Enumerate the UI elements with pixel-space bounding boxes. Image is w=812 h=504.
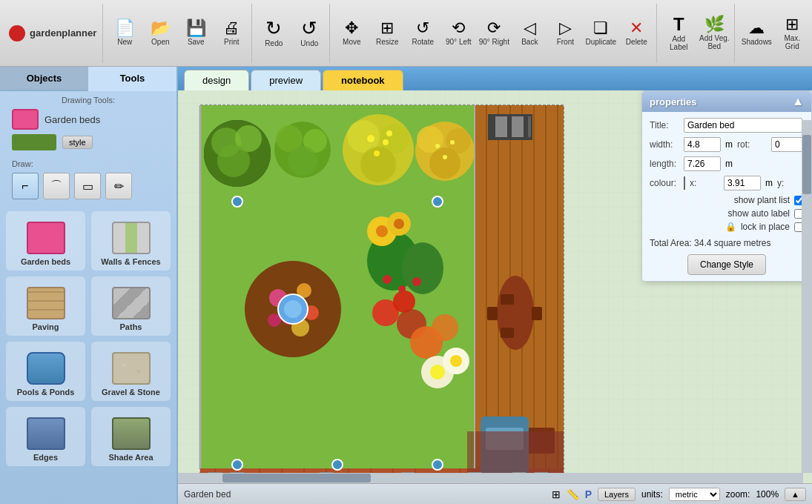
move-button[interactable]: ✥ Move	[334, 7, 369, 59]
front-button[interactable]: ▷ Front	[548, 7, 582, 59]
horizontal-scrollbar-thumb[interactable]	[222, 474, 371, 483]
canvas-area[interactable]: properties ▲ Title: width: m rot: 🔗 len	[178, 90, 812, 504]
width-input[interactable]	[684, 137, 721, 152]
new-button[interactable]: 📄 New	[108, 7, 142, 59]
sidebar-items-grid: Garden beds Walls & Fences Paving Paths …	[0, 205, 176, 472]
duplicate-button[interactable]: ❏ Duplicate	[584, 7, 618, 59]
svg-point-101	[450, 355, 462, 367]
back-button[interactable]: ◁ Back	[512, 7, 547, 59]
svg-point-87	[284, 300, 302, 318]
svg-point-62	[386, 130, 392, 136]
properties-collapse-button[interactable]: ▲	[792, 95, 804, 108]
marker-icon: P	[585, 488, 592, 500]
style-color-preview	[12, 134, 56, 150]
style-button[interactable]: style	[62, 136, 93, 149]
redo-button[interactable]: ↻ Redo	[257, 7, 291, 59]
svg-rect-110	[532, 307, 542, 320]
title-input[interactable]	[684, 118, 802, 133]
sidebar-item-gravel-stone[interactable]: Gravel & Stone	[91, 342, 171, 401]
back-icon: ◁	[524, 20, 536, 36]
sidebar-item-paving[interactable]: Paving	[6, 276, 85, 336]
units-select[interactable]: metric imperial	[669, 488, 720, 501]
pools-ponds-icon	[27, 352, 65, 385]
rotate-button[interactable]: ↺ Rotate	[406, 7, 440, 59]
properties-body: Title: width: m rot: 🔗 length: m	[642, 112, 811, 281]
rotate90l-button[interactable]: ⟲ 90° Left	[441, 7, 475, 59]
draw-tool-rect[interactable]: ▭	[74, 173, 101, 199]
add-veg-bed-icon: 🌿	[704, 16, 724, 33]
sidebar-item-walls-fences[interactable]: Walls & Fences	[91, 211, 171, 271]
svg-point-67	[435, 144, 440, 148]
history-tools-group: ↻ Redo ↺ Undo	[254, 4, 330, 63]
units-label: units:	[641, 489, 663, 500]
undo-icon: ↺	[301, 19, 317, 38]
svg-rect-107	[501, 294, 514, 305]
app-name: gardenplanner	[30, 27, 96, 39]
delete-button[interactable]: ✕ Delete	[619, 7, 653, 59]
draw-tool-freehand[interactable]: ✏	[105, 173, 132, 199]
back-label: Back	[521, 38, 538, 46]
sidebar-item-edges[interactable]: Edges	[6, 407, 85, 466]
vertical-scrollbar-thumb[interactable]	[802, 135, 811, 194]
horizontal-scrollbar[interactable]	[178, 473, 803, 483]
save-button[interactable]: 💾 Save	[179, 7, 213, 59]
svg-point-59	[367, 135, 374, 142]
draw-tool-curve[interactable]: ⌒	[43, 173, 70, 199]
resize-button[interactable]: ⊞ Resize	[370, 7, 404, 59]
svg-point-75	[432, 196, 443, 207]
sidebar-tab-tools[interactable]: Tools	[88, 67, 176, 91]
sidebar-item-paths[interactable]: Paths	[91, 276, 171, 336]
redo-label: Redo	[265, 39, 283, 47]
tab-preview[interactable]: preview	[251, 70, 321, 90]
print-button[interactable]: 🖨 Print	[214, 7, 248, 59]
sidebar-tab-objects[interactable]: Objects	[0, 67, 88, 91]
show-auto-label-label: show auto label	[728, 208, 790, 219]
save-label: Save	[188, 38, 205, 46]
vertical-scrollbar[interactable]	[802, 120, 812, 473]
x-input[interactable]	[724, 176, 761, 190]
rotate90r-button[interactable]: ⟳ 90° Right	[477, 7, 511, 59]
tab-design[interactable]: design	[184, 70, 249, 90]
show-plant-list-label: show plant list	[734, 195, 790, 205]
draw-tools: ⌐ ⌒ ▭ ✏	[0, 170, 176, 205]
add-label-button[interactable]: T Add Label	[661, 7, 696, 59]
draw-tool-corner[interactable]: ⌐	[12, 173, 39, 199]
tab-notebook[interactable]: notebook	[323, 70, 403, 90]
svg-point-94	[432, 314, 458, 341]
svg-point-60	[383, 139, 389, 145]
width-row: width: m rot: 🔗	[650, 137, 804, 152]
edges-item-label: Edges	[33, 453, 58, 462]
svg-point-95	[383, 275, 392, 284]
colour-swatch[interactable]	[684, 176, 685, 190]
sidebar-item-pools-ponds[interactable]: Pools & Ponds	[6, 342, 85, 401]
sidebar-item-shade-area[interactable]: Shade Area	[91, 407, 171, 466]
svg-point-78	[432, 460, 443, 470]
show-plant-list-row: show plant list	[650, 195, 804, 205]
max-grid-button[interactable]: ⊞ Max. Grid	[775, 7, 809, 59]
print-label: Print	[224, 38, 240, 46]
layers-button[interactable]: Layers	[598, 488, 636, 501]
undo-button[interactable]: ↺ Undo	[292, 7, 326, 59]
open-button[interactable]: 📂 Open	[143, 7, 177, 59]
rotate90l-icon: ⟲	[452, 20, 465, 36]
svg-rect-73	[528, 116, 531, 137]
properties-panel: properties ▲ Title: width: m rot: 🔗 len	[641, 90, 812, 282]
main-area: design preview notebook	[178, 67, 812, 504]
max-grid-label: Max. Grid	[776, 34, 808, 50]
sidebar-item-garden-beds[interactable]: Garden beds	[6, 211, 85, 271]
shadows-icon: ☁	[748, 20, 765, 36]
zoom-increase-button[interactable]: ▲	[785, 488, 806, 501]
svg-point-76	[332, 460, 343, 470]
svg-point-68	[450, 140, 455, 145]
x-label: x:	[690, 178, 719, 188]
status-bar: Garden bed ⊞ 📏 P Layers units: metric im…	[178, 483, 812, 504]
change-style-button[interactable]: Change Style	[687, 254, 766, 275]
length-input[interactable]	[684, 156, 721, 171]
colour-row: colour: x: m y: m	[650, 176, 804, 190]
add-veg-bed-button[interactable]: 🌿 Add Veg. Bed	[697, 7, 731, 59]
add-veg-bed-label: Add Veg. Bed	[699, 34, 730, 50]
shadows-button[interactable]: ☁ Shadows	[739, 7, 773, 59]
svg-rect-108	[501, 328, 514, 338]
ruler-icon: 📏	[567, 488, 579, 500]
shade-area-item-label: Shade Area	[108, 453, 153, 462]
